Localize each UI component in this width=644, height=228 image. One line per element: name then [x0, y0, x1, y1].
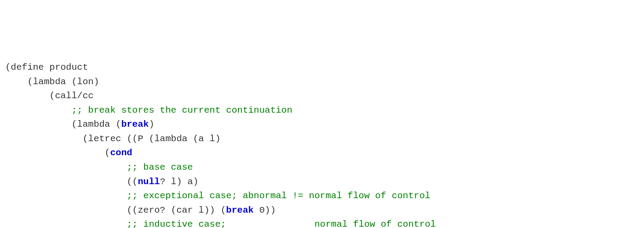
- comment-base-case: ;; base case: [127, 162, 193, 172]
- code-line-7-a: (: [5, 148, 110, 158]
- code-line-5-c: ): [149, 119, 155, 129]
- code-line-11-a: ((zero? (car l)) (: [5, 205, 226, 215]
- code-line-9-a: ((: [5, 177, 138, 187]
- code-line-9-c: ? l) a): [160, 177, 198, 187]
- code-line-12-indent: [5, 219, 127, 228]
- keyword-break-param: break: [121, 119, 149, 129]
- code-line-4-indent: [5, 105, 71, 115]
- keyword-null: null: [138, 177, 159, 187]
- code-line-10-indent: [5, 191, 127, 201]
- code-line-6: (letrec ((P (lambda (a l): [5, 134, 220, 144]
- code-line-5-a: (lambda (: [5, 119, 121, 129]
- keyword-break-call: break: [226, 205, 254, 215]
- code-line-2: (lambda (lon): [5, 77, 99, 87]
- code-block: (define product (lambda (lon) (call/cc ;…: [5, 61, 639, 228]
- comment-exceptional-case: ;; exceptional case; abnormal != normal …: [127, 191, 430, 201]
- comment-break-continuation: ;; break stores the current continuation: [71, 105, 292, 115]
- comment-inductive-case: ;; inductive case; normal flow of contro…: [127, 219, 436, 228]
- code-line-11-c: 0)): [254, 205, 276, 215]
- keyword-cond: cond: [110, 148, 132, 158]
- code-line-3: (call/cc: [5, 91, 94, 101]
- code-line-1: (define product: [5, 62, 88, 72]
- code-line-8-indent: [5, 162, 127, 172]
